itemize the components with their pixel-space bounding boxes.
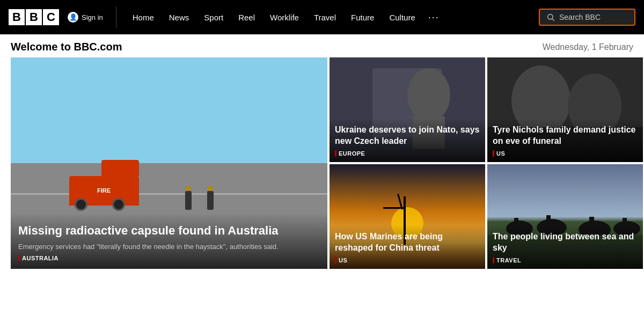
hero-overlay: Missing radioactive capsule found in Aus… bbox=[11, 213, 327, 269]
search-placeholder: Search BBC bbox=[559, 13, 601, 21]
ukraine-tag: EUROPE bbox=[335, 150, 480, 157]
welcome-bar: Welcome to BBC.com Wednesday, 1 February bbox=[0, 34, 644, 57]
nav-more-button[interactable]: ··· bbox=[423, 0, 445, 34]
ukraine-overlay: Ukraine deserves to join Nato, says new … bbox=[330, 118, 485, 162]
card-travel[interactable]: The people living between sea and sky TR… bbox=[487, 164, 643, 269]
travel-tag: TRAVEL bbox=[493, 257, 638, 264]
news-grid: FIRE Missing radioactive capsule found i… bbox=[0, 57, 644, 269]
travel-overlay: The people living between sea and sky TR… bbox=[487, 225, 643, 269]
ukraine-title: Ukraine deserves to join Nato, says new … bbox=[335, 125, 480, 147]
sign-in-button[interactable]: 👤 Sign in bbox=[68, 12, 103, 23]
card-hero[interactable]: FIRE Missing radioactive capsule found i… bbox=[11, 57, 327, 269]
marines-overlay: How US Marines are being reshaped for Ch… bbox=[330, 225, 485, 269]
tyre-tag: US bbox=[493, 150, 638, 157]
date-display: Wednesday, 1 February bbox=[543, 42, 633, 52]
sign-in-label: Sign in bbox=[82, 13, 103, 21]
main-nav: Home News Sport Reel Worklife Travel Fut… bbox=[125, 0, 530, 34]
nav-worklife[interactable]: Worklife bbox=[262, 0, 306, 34]
bbc-logo-b: B bbox=[9, 9, 25, 25]
nav-news[interactable]: News bbox=[162, 0, 197, 34]
figure-1 bbox=[185, 191, 192, 210]
header: B B C 👤 Sign in Home News Sport Reel Wor… bbox=[0, 0, 644, 34]
card-marines[interactable]: How US Marines are being reshaped for Ch… bbox=[330, 164, 485, 269]
card-tyre[interactable]: Tyre Nichols family demand justice on ev… bbox=[487, 57, 643, 162]
welcome-title: Welcome to BBC.com bbox=[11, 41, 122, 53]
hero-desc: Emergency services had "literally found … bbox=[18, 242, 320, 252]
svg-point-0 bbox=[548, 14, 553, 19]
nav-travel[interactable]: Travel bbox=[306, 0, 343, 34]
truck-graphic: FIRE bbox=[58, 163, 144, 206]
marines-tag: US bbox=[335, 257, 480, 264]
tyre-title: Tyre Nichols family demand justice on ev… bbox=[493, 125, 638, 147]
nav-home[interactable]: Home bbox=[125, 0, 162, 34]
figure-2 bbox=[207, 191, 214, 210]
svg-point-4 bbox=[407, 68, 450, 122]
bbc-logo[interactable]: B B C bbox=[9, 9, 59, 25]
search-box[interactable]: Search BBC bbox=[539, 9, 635, 26]
nav-sport[interactable]: Sport bbox=[196, 0, 231, 34]
travel-title: The people living between sea and sky bbox=[493, 231, 638, 254]
user-icon: 👤 bbox=[68, 12, 78, 23]
card-ukraine[interactable]: Ukraine deserves to join Nato, says new … bbox=[330, 57, 485, 162]
nav-culture[interactable]: Culture bbox=[382, 0, 422, 34]
tyre-overlay: Tyre Nichols family demand justice on ev… bbox=[487, 118, 643, 162]
header-divider bbox=[116, 6, 116, 28]
search-icon bbox=[546, 13, 555, 21]
nav-reel[interactable]: Reel bbox=[231, 0, 262, 34]
hero-title: Missing radioactive capsule found in Aus… bbox=[18, 223, 320, 239]
marines-title: How US Marines are being reshaped for Ch… bbox=[335, 231, 480, 254]
bbc-logo-b2: B bbox=[26, 9, 42, 25]
nav-future[interactable]: Future bbox=[343, 0, 382, 34]
hero-tag: AUSTRALIA bbox=[18, 255, 320, 261]
bbc-logo-c: C bbox=[43, 9, 59, 25]
svg-line-1 bbox=[552, 19, 554, 21]
